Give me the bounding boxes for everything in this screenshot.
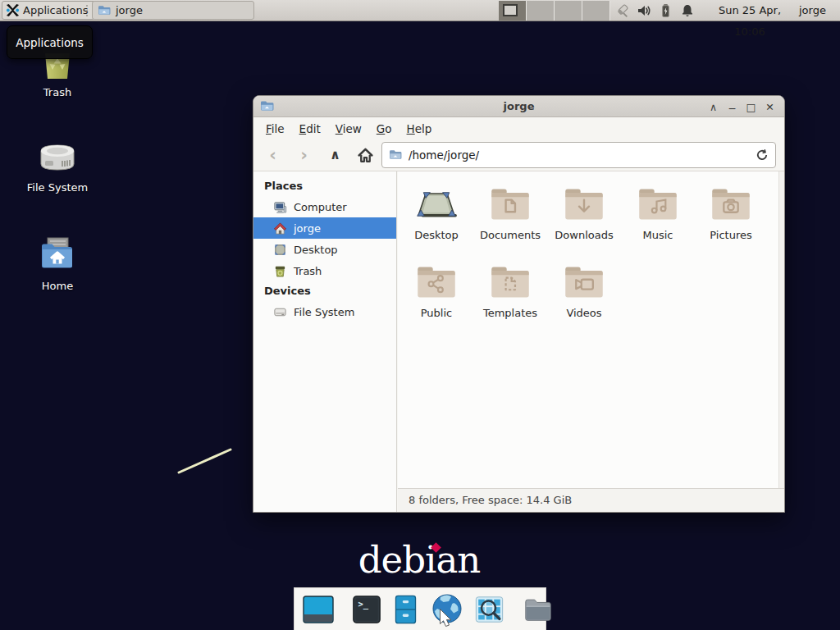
sidebar-item-computer[interactable]: Computer bbox=[253, 196, 396, 217]
documents-folder-icon bbox=[489, 186, 532, 222]
sidebar-item-label: Desktop bbox=[294, 244, 338, 256]
pictures-folder-icon bbox=[710, 186, 752, 222]
applications-tooltip: Applications bbox=[7, 25, 93, 59]
sidebar-item-home[interactable]: jorge bbox=[253, 217, 396, 239]
application-finder-launcher[interactable] bbox=[473, 594, 505, 625]
file-item-label: Public bbox=[400, 307, 472, 319]
file-item-public[interactable]: Public bbox=[400, 264, 472, 319]
show-desktop-button[interactable] bbox=[302, 593, 335, 626]
menu-help[interactable]: Help bbox=[399, 120, 440, 138]
up-button[interactable]: ∧ bbox=[322, 143, 348, 167]
volume-tray-icon[interactable] bbox=[637, 3, 651, 18]
desktop-folder-icon bbox=[415, 186, 458, 222]
location-folder-icon bbox=[389, 149, 402, 161]
desktop-icon-home[interactable]: Home bbox=[23, 233, 92, 292]
file-item-videos[interactable]: Videos bbox=[548, 264, 620, 319]
statusbar-text: 8 folders, Free space: 14.4 GiB bbox=[409, 494, 572, 506]
file-item-label: Documents bbox=[474, 229, 546, 241]
reload-icon[interactable] bbox=[756, 148, 769, 162]
debian-wallpaper-logo: debian bbox=[337, 538, 501, 584]
sidebar-item-trash[interactable]: Trash bbox=[253, 260, 396, 281]
desktop-icon-label: Trash bbox=[23, 86, 92, 98]
debian-logo-text: debian bbox=[358, 538, 480, 582]
sidebar-item-label: jorge bbox=[294, 222, 321, 235]
menu-go[interactable]: Go bbox=[369, 120, 399, 138]
home-folder-icon bbox=[35, 233, 80, 277]
back-button[interactable]: ‹ bbox=[260, 143, 285, 167]
up-icon: ∧ bbox=[330, 148, 340, 162]
terminal-icon: >_ bbox=[351, 594, 382, 625]
directory-folder-icon bbox=[522, 594, 555, 625]
file-item-label: Downloads bbox=[548, 229, 620, 241]
computer-icon bbox=[273, 200, 287, 214]
files-view[interactable]: Desktop Documents Download bbox=[398, 171, 784, 488]
forward-icon: › bbox=[300, 147, 308, 164]
sidebar-item-label: Trash bbox=[294, 265, 322, 277]
shade-button[interactable]: ∧ bbox=[704, 101, 723, 113]
taskbar-window-button[interactable]: jorge bbox=[92, 1, 254, 20]
web-browser-launcher[interactable] bbox=[429, 591, 465, 628]
show-desktop-icon bbox=[302, 593, 335, 626]
file-item-music[interactable]: Music bbox=[622, 186, 694, 241]
window-titlebar[interactable]: jorge ∧ ─ □ ✕ bbox=[253, 96, 784, 117]
workspace-3[interactable] bbox=[555, 1, 582, 21]
svg-text:>_: >_ bbox=[358, 599, 369, 609]
file-manager-window: jorge ∧ ─ □ ✕ File Edit View Go Help ‹ ›… bbox=[253, 95, 785, 513]
file-item-desktop[interactable]: Desktop bbox=[400, 186, 472, 241]
file-item-label: Videos bbox=[548, 307, 620, 319]
sidebar-header-places: Places bbox=[253, 176, 396, 196]
public-folder-icon bbox=[415, 264, 458, 300]
clipboard-tool-tray-icon[interactable] bbox=[614, 3, 629, 19]
application-finder-icon bbox=[473, 594, 505, 625]
workspace-1[interactable] bbox=[499, 1, 527, 21]
file-cabinet-icon bbox=[390, 593, 421, 626]
back-icon: ‹ bbox=[269, 147, 276, 164]
desktop-icon bbox=[273, 243, 287, 257]
menubar: File Edit View Go Help bbox=[253, 118, 784, 139]
location-bar[interactable]: /home/jorge/ bbox=[381, 142, 776, 168]
maximize-button[interactable]: □ bbox=[742, 101, 760, 113]
workspace-4[interactable] bbox=[582, 1, 610, 21]
home-button[interactable] bbox=[353, 143, 378, 167]
file-manager-launcher[interactable] bbox=[390, 593, 421, 626]
applications-menu-button[interactable]: Applications bbox=[2, 1, 95, 20]
sidebar-item-label: Computer bbox=[294, 201, 347, 213]
menu-edit[interactable]: Edit bbox=[292, 120, 328, 138]
forward-button[interactable]: › bbox=[291, 143, 317, 167]
desktop-scribble-line bbox=[174, 445, 236, 477]
trash-icon bbox=[273, 264, 287, 278]
music-folder-icon bbox=[637, 186, 679, 222]
notifications-bell-tray-icon[interactable] bbox=[680, 3, 695, 18]
terminal-launcher[interactable]: >_ bbox=[351, 594, 382, 625]
workspace-switcher[interactable] bbox=[499, 1, 610, 21]
panel-username: jorge bbox=[799, 0, 826, 21]
applications-menu-label: Applications bbox=[23, 4, 88, 16]
templates-folder-icon bbox=[489, 264, 532, 300]
directory-menu-button[interactable] bbox=[522, 594, 555, 625]
panel-clock[interactable]: Sun 25 Apr, 10:06 bbox=[704, 0, 796, 21]
workspace-2[interactable] bbox=[527, 1, 555, 21]
close-button[interactable]: ✕ bbox=[760, 101, 779, 113]
sidebar: Places Computer jorge Desktop bbox=[253, 171, 397, 512]
file-item-pictures[interactable]: Pictures bbox=[695, 186, 767, 241]
sidebar-header-devices: Devices bbox=[253, 281, 396, 301]
menu-file[interactable]: File bbox=[258, 120, 292, 138]
vertical-scrollbar[interactable] bbox=[778, 171, 784, 488]
web-browser-globe-icon bbox=[429, 591, 465, 628]
battery-tray-icon[interactable] bbox=[659, 3, 673, 18]
file-item-templates[interactable]: Templates bbox=[474, 264, 546, 319]
file-item-label: Pictures bbox=[695, 229, 767, 241]
menu-view[interactable]: View bbox=[328, 120, 369, 138]
desktop-icon-label: Home bbox=[23, 280, 92, 292]
file-item-documents[interactable]: Documents bbox=[474, 186, 546, 241]
sidebar-item-filesystem[interactable]: File System bbox=[253, 301, 396, 322]
desktop-icon-filesystem[interactable]: File System bbox=[23, 135, 92, 194]
sidebar-item-desktop[interactable]: Desktop bbox=[253, 239, 396, 260]
minimize-button[interactable]: ─ bbox=[723, 103, 742, 115]
file-item-downloads[interactable]: Downloads bbox=[548, 186, 620, 241]
location-path[interactable]: /home/jorge/ bbox=[409, 148, 756, 162]
panel-grip-handle bbox=[85, 5, 89, 16]
tooltip-text: Applications bbox=[16, 36, 83, 49]
drive-icon bbox=[273, 305, 287, 319]
folder-icon bbox=[98, 5, 111, 16]
